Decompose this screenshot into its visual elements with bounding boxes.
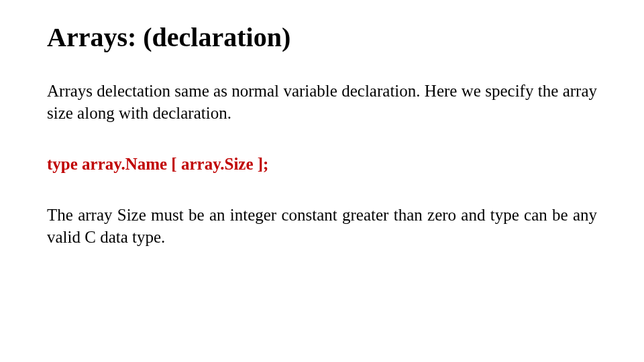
syntax-line: type array.Name [ array.Size ]; <box>47 155 597 174</box>
slide: Arrays: (declaration) Arrays delectation… <box>0 0 644 362</box>
paragraph-intro: Arrays delectation same as normal variab… <box>47 80 597 124</box>
paragraph-note: The array Size must be an integer consta… <box>47 204 597 248</box>
slide-title: Arrays: (declaration) <box>47 21 597 54</box>
